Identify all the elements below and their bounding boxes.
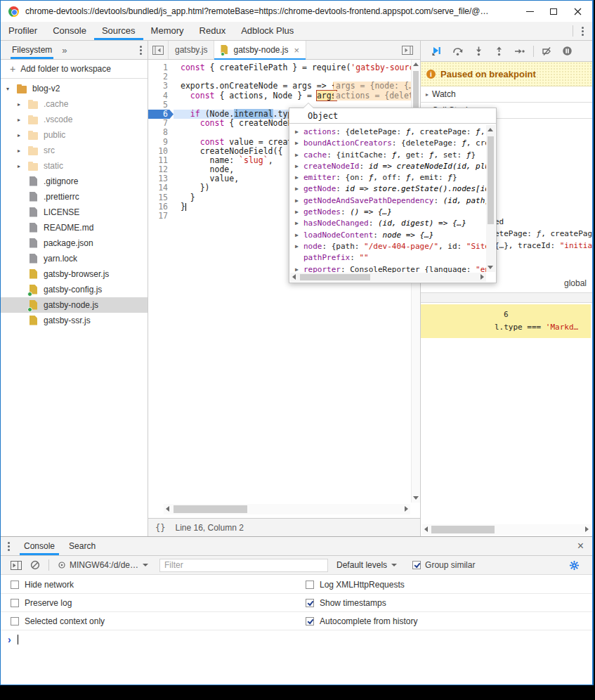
checkbox[interactable]	[11, 581, 19, 589]
editor-tab-gatsby-node-js[interactable]: gatsby-node.js ×	[214, 41, 306, 59]
popover-horizontal-scrollbar[interactable]	[290, 273, 486, 282]
setting-hide-network[interactable]: Hide network	[1, 580, 306, 590]
object-property-hasNodeChanged[interactable]: ▶hasNodeChanged: (id, digest) => {…}	[289, 218, 486, 229]
show-console-sidebar-icon[interactable]	[6, 561, 26, 570]
tree-expand-icon[interactable]: ▾	[6, 86, 16, 92]
code-line-4[interactable]: 4 const { actions, Node } = argsactions …	[148, 91, 420, 101]
setting-autocomplete-from-history[interactable]: Autocomplete from history	[306, 616, 417, 626]
checkbox[interactable]	[11, 599, 19, 607]
checkbox[interactable]	[306, 581, 314, 589]
tab-adblock-plus[interactable]: Adblock Plus	[233, 22, 301, 40]
tree-item-dot-cache[interactable]: ▸.cache	[1, 96, 148, 112]
object-property-reporter[interactable]: ▶reporter: ConsoleReporter {language: "e…	[289, 264, 486, 273]
pretty-print-icon[interactable]: {}	[155, 523, 165, 533]
expand-icon[interactable]: ▶	[295, 195, 303, 207]
setting-selected-context-only[interactable]: Selected context only	[1, 616, 306, 626]
tree-expand-icon[interactable]: ▸	[18, 101, 27, 108]
checkbox[interactable]	[306, 599, 314, 607]
tree-expand-icon[interactable]: ▸	[18, 163, 27, 169]
resume-icon[interactable]	[426, 46, 447, 56]
tree-item-dot-prettierrc[interactable]: .prettierrc	[1, 189, 148, 205]
tree-item-README.md[interactable]: README.md	[1, 220, 148, 235]
console-prompt[interactable]: ›	[1, 630, 592, 649]
expand-icon[interactable]: ▶	[295, 183, 303, 195]
tree-item-yarn.lock[interactable]: yarn.lock	[1, 251, 148, 266]
add-folder-button[interactable]: + Add folder to workspace	[1, 60, 148, 79]
object-property-cache[interactable]: ▶cache: {initCache: ƒ, get: ƒ, set: ƒ}	[289, 150, 486, 161]
line-number[interactable]: 8	[148, 128, 174, 137]
expand-debugger-icon[interactable]	[398, 41, 417, 59]
line-number[interactable]: 14	[148, 183, 174, 193]
object-property-getNode[interactable]: ▶getNode: id => store.getState().nodes[i…	[289, 183, 486, 195]
tree-item-dot-gitignore[interactable]: .gitignore	[1, 174, 148, 189]
tree-item-static[interactable]: ▸static	[1, 158, 148, 174]
tree-item-gatsby-ssr.js[interactable]: gatsby-ssr.js	[1, 313, 148, 328]
line-number[interactable]: 5	[148, 101, 174, 110]
object-property-createNodeId[interactable]: ▶createNodeId: id => createNodeId(id, pl…	[289, 161, 486, 172]
expand-icon[interactable]: ▶	[295, 241, 303, 252]
drawer-menu-icon[interactable]	[1, 542, 17, 551]
object-property-emitter[interactable]: ▶emitter: {on: ƒ, off: ƒ, emit: ƒ}	[289, 172, 486, 183]
object-property-loadNodeContent[interactable]: ▶loadNodeContent: node => {…}	[289, 230, 486, 241]
tree-expand-icon[interactable]: ▸	[18, 148, 27, 154]
clear-console-icon[interactable]	[26, 560, 44, 570]
tree-item-package.json[interactable]: package.json	[1, 235, 148, 251]
close-drawer-icon[interactable]: ×	[569, 540, 592, 552]
expand-icon[interactable]: ▶	[295, 207, 303, 218]
javascript-context-select[interactable]: MINGW64:/d/de…	[58, 560, 148, 570]
tree-item-LICENSE[interactable]: LICENSE	[1, 205, 148, 220]
object-property-boundActionCreators[interactable]: ▶boundActionCreators: {deletePage: ƒ, cr…	[289, 138, 486, 149]
setting-preserve-log[interactable]: Preserve log	[1, 598, 306, 608]
line-number[interactable]: 1	[148, 63, 174, 72]
line-number[interactable]: 9	[148, 138, 174, 147]
console-settings-gear-icon[interactable]	[565, 560, 584, 571]
checkbox[interactable]	[412, 561, 421, 569]
group-similar-setting[interactable]: Group similar	[412, 560, 475, 570]
object-property-node[interactable]: ▶node: {path: "/dev-404-page/", id: "Sit…	[289, 241, 486, 252]
tab-profiler[interactable]: Profiler	[1, 22, 45, 40]
tree-item-blog-v2[interactable]: ▾blog-v2	[1, 81, 148, 96]
breakpoint-entry[interactable]: 6 l.type === 'Markd…	[421, 304, 591, 338]
filter-input[interactable]	[159, 559, 328, 572]
setting-show-timestamps[interactable]: Show timestamps	[306, 598, 386, 608]
line-number[interactable]: 10	[148, 147, 174, 156]
expand-icon[interactable]: ▶	[295, 138, 303, 149]
navigator-menu-icon[interactable]	[134, 46, 148, 55]
expand-icon[interactable]: ▶	[295, 150, 303, 161]
object-property-actions[interactable]: ▶actions: {deletePage: ƒ, createPage: ƒ,	[289, 127, 486, 138]
line-number[interactable]: 4	[148, 91, 174, 101]
collapsed-section-strip[interactable]	[421, 292, 592, 303]
expand-icon[interactable]: ▶	[295, 172, 303, 183]
execution-line-marker[interactable]: 6	[148, 110, 174, 119]
code-line-1[interactable]: 1const { createFilePath } = require('gat…	[148, 63, 420, 72]
tree-item-src[interactable]: ▸src	[1, 143, 148, 158]
expand-icon[interactable]: ▶	[295, 264, 303, 273]
checkbox[interactable]	[11, 617, 19, 626]
close-tab-icon[interactable]: ×	[294, 45, 300, 56]
popover-vertical-scrollbar[interactable]	[486, 125, 495, 272]
expand-icon[interactable]: ▶	[295, 230, 303, 241]
tree-item-gatsby-browser.js[interactable]: gatsby-browser.js	[1, 266, 148, 282]
maximize-button[interactable]	[542, 1, 565, 21]
line-number[interactable]: 7	[148, 119, 174, 128]
tab-console[interactable]: Console	[17, 537, 62, 555]
step-icon[interactable]	[509, 46, 530, 56]
tree-expand-icon[interactable]: ▸	[18, 117, 27, 123]
expand-icon[interactable]: ▶	[295, 218, 303, 229]
step-over-icon[interactable]	[447, 46, 469, 56]
close-button[interactable]	[565, 1, 589, 21]
more-options-icon[interactable]	[573, 27, 592, 36]
line-number[interactable]: 15	[148, 193, 174, 202]
tree-item-gatsby-node.js[interactable]: gatsby-node.js	[1, 297, 148, 313]
tree-item-gatsby-config.js[interactable]: gatsby-config.js	[1, 282, 148, 297]
editor-horizontal-scrollbar[interactable]	[164, 504, 410, 514]
section-watch[interactable]: ▸ Watch	[421, 86, 592, 103]
object-property-pathPrefix[interactable]: pathPrefix: ""	[289, 252, 486, 264]
line-number[interactable]: 17	[148, 212, 174, 221]
line-number[interactable]: 2	[148, 72, 174, 82]
tab-console[interactable]: Console	[45, 22, 94, 40]
setting-log-xmlhttprequests[interactable]: Log XMLHttpRequests	[306, 580, 405, 590]
object-property-getNodes[interactable]: ▶getNodes: () => {…}	[289, 207, 486, 218]
step-into-icon[interactable]	[469, 46, 489, 56]
tree-item-public[interactable]: ▸public	[1, 127, 148, 143]
